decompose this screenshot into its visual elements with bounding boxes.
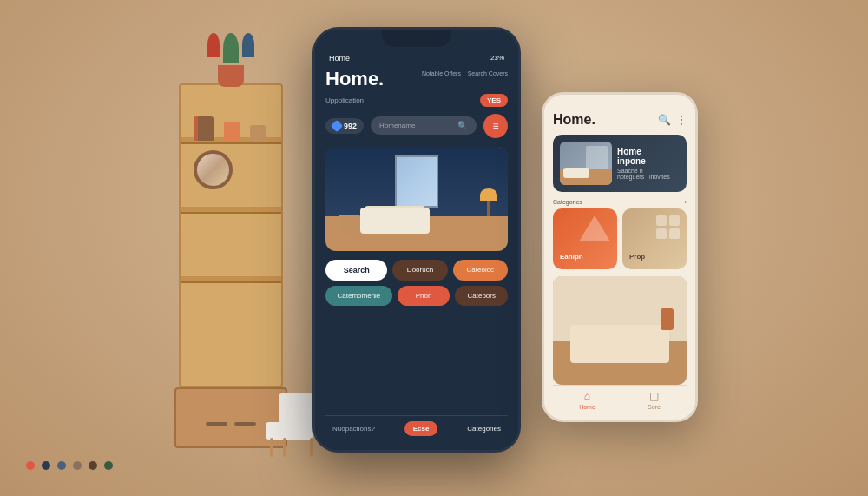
banner-mini-sofa [563,168,589,178]
drawer-handle-2 [234,422,256,426]
shelf-3 [181,276,281,283]
grid-cell-1 [656,215,667,226]
vase-3 [224,122,240,141]
nav-label-1[interactable]: Notable Offers [422,70,461,76]
plant-leaves [206,33,256,63]
right-room-furniture [570,325,669,363]
points-badge: 992 [326,118,364,134]
chair-leg-3 [310,438,313,457]
filter-icon: ≡ [492,120,498,132]
right-phone: Home. 🔍 ⋮ Homeinpone Saache hnoteguers i… [542,92,698,422]
plant-top [206,33,256,87]
browse-button[interactable]: Ecse [404,421,438,436]
drawer-handle [206,422,227,426]
right-vase [661,308,674,330]
right-banner: Homeinpone Saache hnoteguers inovites [553,135,687,192]
room-image [326,147,508,251]
search-placeholder: Homename [379,122,452,129]
category-grid: Eaniph Prop [553,208,687,269]
phon-button[interactable]: Phon [398,286,450,306]
category-card-1[interactable]: Eaniph [553,208,617,269]
right-room-image [553,276,687,385]
yes-badge[interactable]: YES [480,94,508,107]
status-bar: Home 23% [326,54,508,63]
banner-sub: Saache hnoteguers inovites [617,168,670,180]
right-phone-screen: Home. 🔍 ⋮ Homeinpone Saache hnoteguers i… [544,95,695,420]
search-icon: 🔍 [457,121,468,130]
search-bar[interactable]: Homename 🔍 [371,116,477,135]
filter-button[interactable]: ≡ [483,114,508,138]
categories-nav-button[interactable]: Categories [467,425,501,433]
catemomenie-button[interactable]: Catemomenie [326,286,392,306]
banner-title: Homeinpone [617,147,670,166]
buttons-row-1: Search Dooruch Cateoloc [326,260,508,281]
grid-cell-2 [669,215,680,226]
store-nav-label: Sore [648,404,661,410]
right-header-icons: 🔍 ⋮ [658,114,687,126]
store-nav-icon: ◫ [649,390,659,402]
right-bottom-nav: ⌂ Home ◫ Sore [553,385,687,413]
vase-2 [198,116,214,141]
right-nav-home[interactable]: ⌂ Home [579,390,595,410]
plant-pot [218,65,244,87]
buttons-row-2: Catemomenie Phon Catebors [326,286,508,306]
room-lamp-shade [480,188,497,201]
right-header: Home. 🔍 ⋮ [553,112,687,128]
blue-leaf [242,33,254,57]
search-icon-right[interactable]: 🔍 [658,114,671,126]
chair-seat [266,422,313,440]
shelf-2 [181,207,281,214]
app-sub-row: Uppplication YES [326,94,508,107]
app-nav-labels: Notable Offers Search Covers [422,69,508,78]
catebors-button[interactable]: Catebors [455,286,508,306]
categories-header: Categories › [553,199,687,205]
right-app-title: Home. [553,112,595,128]
app-title: Home. [326,69,384,89]
categories-button[interactable]: Cateoloc [453,260,508,281]
home-nav-label: Home [579,404,595,410]
home-nav-icon: ⌂ [584,390,590,402]
nav-question-text: Nuopactions? [332,425,375,433]
banner-room-mini [560,142,612,185]
green-leaf [223,33,239,63]
furniture-illustration [170,83,292,448]
app-label: Uppplication [326,96,364,104]
shelf-1 [181,137,281,144]
points-value: 992 [344,122,357,130]
center-phone: Home 23% Home. Notable Offers Search Cov… [312,27,521,453]
chair [266,387,318,457]
right-nav-store[interactable]: ◫ Sore [648,390,661,410]
mirror-decoration [194,150,233,189]
status-battery: 23% [490,54,504,62]
diamond-icon [331,119,343,131]
categories-title: Categories [553,199,582,205]
search-button[interactable]: Search [326,260,387,281]
room-sofa [360,208,430,234]
chair-leg-2 [283,438,286,457]
app-header: Home. Notable Offers Search Covers [326,69,508,89]
phone-screen: Home 23% Home. Notable Offers Search Cov… [315,30,518,450]
chair-back [279,393,313,424]
banner-mini-window [586,146,608,172]
banner-text: Homeinpone Saache hnoteguers inovites [617,147,670,180]
dooruch-button[interactable]: Dooruch [392,260,447,281]
triangle-shape [579,215,610,241]
category-label-2: Prop [629,253,645,261]
grid-shape [656,215,680,239]
category-card-2[interactable]: Prop [622,208,687,269]
more-icon-right[interactable]: ⋮ [676,114,687,126]
category-label-1: Eaniph [560,253,583,261]
grid-cell-3 [656,228,667,239]
nav-label-2[interactable]: Search Covers [468,70,508,76]
room-chair-small [339,215,360,234]
chair-leg-1 [270,438,273,457]
vase-4 [250,125,266,141]
red-leaf [207,33,220,57]
room-window [395,155,438,208]
bottom-nav: Nuopactions? Ecse Categories [326,415,508,441]
phone-notch [382,30,451,47]
status-home-label: Home [329,54,350,63]
categories-more[interactable]: › [685,199,687,205]
grid-cell-4 [669,228,680,239]
scene: Home 23% Home. Notable Offers Search Cov… [0,0,868,496]
